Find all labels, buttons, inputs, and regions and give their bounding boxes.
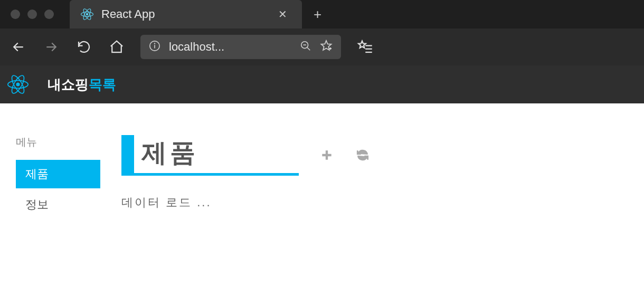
window-close-button[interactable] xyxy=(11,9,20,19)
page-title-row: 제품 xyxy=(121,135,623,176)
browser-titlebar: React App ✕ + xyxy=(0,0,644,28)
page-title-box: 제품 xyxy=(121,135,299,176)
info-icon xyxy=(149,40,160,54)
browser-toolbar: localhost... xyxy=(0,28,644,65)
browser-chrome: React App ✕ + localhost... xyxy=(0,0,644,65)
sidebar-item-info[interactable]: 정보 xyxy=(16,190,100,219)
add-favorite-icon[interactable] xyxy=(320,40,333,54)
reload-button[interactable] xyxy=(75,38,93,56)
app-header: 내쇼핑목록 xyxy=(0,65,644,103)
app-title-part1: 내쇼핑 xyxy=(48,76,89,92)
react-favicon-icon xyxy=(80,7,94,21)
svg-point-6 xyxy=(155,43,155,44)
refresh-button[interactable] xyxy=(356,148,371,163)
address-bar[interactable]: localhost... xyxy=(140,35,341,59)
back-button[interactable] xyxy=(10,38,27,56)
loading-text: 데이터 로드 ... xyxy=(121,195,623,211)
sidebar-item-products[interactable]: 제품 xyxy=(16,160,100,188)
sidebar-label: 메뉴 xyxy=(16,135,100,149)
app-body: 메뉴 제품 정보 제품 데이터 로드 ... xyxy=(0,103,644,221)
main-content: 제품 데이터 로드 ... xyxy=(100,135,644,221)
add-button[interactable] xyxy=(320,148,335,163)
window-controls xyxy=(0,9,64,19)
zoom-out-icon[interactable] xyxy=(300,40,311,54)
title-accent-bar xyxy=(121,135,134,173)
page-title: 제품 xyxy=(134,135,204,173)
svg-line-8 xyxy=(307,47,310,51)
forward-button[interactable] xyxy=(42,38,60,56)
window-maximize-button[interactable] xyxy=(44,9,54,19)
svg-point-0 xyxy=(86,13,88,15)
window-minimize-button[interactable] xyxy=(27,9,37,19)
tab-close-button[interactable]: ✕ xyxy=(274,6,291,23)
favorites-list-button[interactable] xyxy=(356,38,374,56)
home-button[interactable] xyxy=(108,38,126,56)
browser-tab[interactable]: React App ✕ xyxy=(70,0,302,28)
app-title: 내쇼핑목록 xyxy=(48,75,116,94)
sidebar: 메뉴 제품 정보 xyxy=(0,135,100,221)
svg-point-15 xyxy=(16,82,20,86)
new-tab-button[interactable]: + xyxy=(302,6,333,23)
react-logo-icon xyxy=(7,74,29,95)
tab-title: React App xyxy=(101,7,274,21)
app-title-part2: 목록 xyxy=(89,76,116,92)
url-text: localhost... xyxy=(169,40,291,54)
